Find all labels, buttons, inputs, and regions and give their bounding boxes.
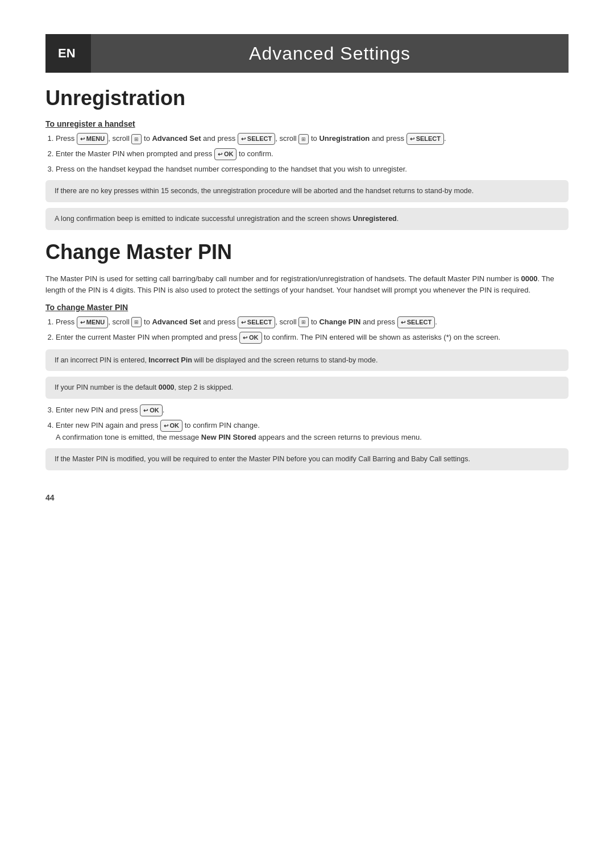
menu-button-icon-2: ↩MENU [77,316,108,328]
unregister-handset-subtitle: To unregister a handset [45,119,569,128]
change-pin-step-1: Press ↩MENU, scroll ⊞ to Advanced Set an… [56,316,569,328]
page-title: Advanced Settings [91,43,569,64]
default-pin-info: If your PIN number is the default 0000, … [45,377,569,399]
change-pin-intro: The Master PIN is used for setting call … [45,273,569,296]
unregistration-title: Unregistration [45,86,569,110]
select-button-icon-4: ↩SELECT [397,316,435,328]
scroll-icon-1: ⊞ [131,134,142,144]
change-pin-steps-1: Press ↩MENU, scroll ⊞ to Advanced Set an… [56,316,569,344]
change-master-pin-section: Change Master PIN The Master PIN is used… [45,240,569,470]
change-pin-step-2: Enter the current Master PIN when prompt… [56,332,569,344]
incorrect-pin-info: If an incorrect PIN is entered, Incorrec… [45,349,569,372]
unregistration-steps: Press ↩MENU, scroll ⊞ to Advanced Set an… [56,133,569,174]
modify-pin-info: If the Master PIN is modified, you will … [45,448,569,470]
unregistration-section: Unregistration To unregister a handset P… [45,86,569,230]
language-badge: EN [45,34,91,73]
select-button-icon-3: ↩SELECT [238,316,275,328]
ok-button-icon-2: ↩OK [239,332,262,344]
select-button-icon-1: ↩SELECT [238,133,275,145]
scroll-icon-2: ⊞ [298,134,309,144]
ok-button-icon-1: ↩OK [214,148,237,160]
change-pin-title: Change Master PIN [45,240,569,264]
scroll-icon-4: ⊞ [298,317,309,327]
header-bar: EN Advanced Settings [45,34,569,73]
page-number: 44 [45,493,569,502]
menu-button-icon: ↩MENU [77,133,108,145]
change-pin-step-4: Enter new PIN again and press ↩OK to con… [56,420,569,443]
unregistration-step-3: Press on the handset keypad the handset … [56,164,569,175]
unregistration-info-1: If there are no key presses within 15 se… [45,180,569,202]
scroll-icon-3: ⊞ [131,317,142,327]
ok-button-icon-4: ↩OK [160,420,183,432]
select-button-icon-2: ↩SELECT [406,133,444,145]
unregistration-info-2: A long confirmation beep is emitted to i… [45,208,569,230]
change-pin-steps-2: Enter new PIN and press ↩OK. Enter new P… [56,404,569,443]
change-pin-step-3: Enter new PIN and press ↩OK. [56,404,569,416]
unregistration-step-2: Enter the Master PIN when prompted and p… [56,148,569,160]
ok-button-icon-3: ↩OK [140,404,163,416]
change-pin-subtitle: To change Master PIN [45,303,569,312]
unregistration-step-1: Press ↩MENU, scroll ⊞ to Advanced Set an… [56,133,569,145]
